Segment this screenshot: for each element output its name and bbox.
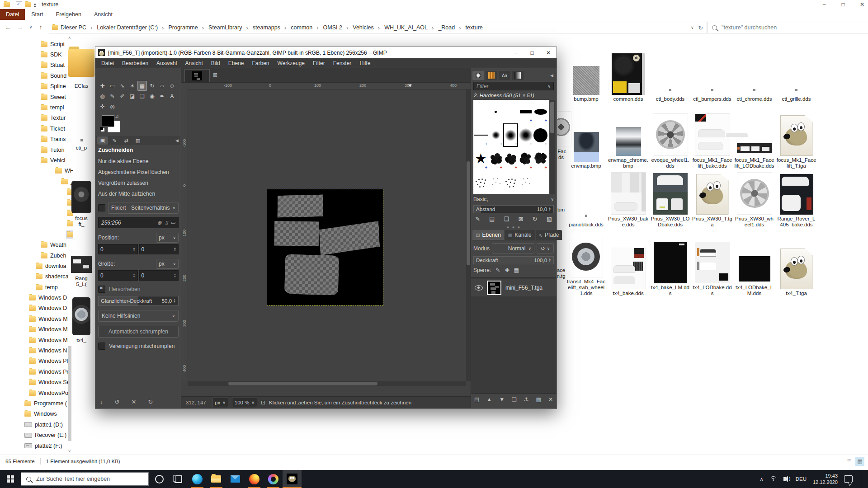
menu-item[interactable]: Filter	[309, 60, 329, 66]
position-x-field[interactable]: 0▲▼	[98, 244, 138, 254]
file-item[interactable]: Prius_XW30_wheel1.dds	[733, 169, 775, 228]
sidebar-item[interactable]: Windows	[0, 409, 73, 419]
brush-cell[interactable]	[488, 123, 503, 147]
sidebar-item[interactable]: Windows Se	[0, 377, 73, 388]
forward-button[interactable]: →	[14, 22, 25, 32]
quick-access-toolbar-caret[interactable]: ▾	[34, 3, 36, 7]
menu-item[interactable]: Fenster	[329, 60, 356, 66]
new-layer-button[interactable]: ▤	[474, 396, 479, 403]
restore-tool-preset-button[interactable]: ↺	[115, 399, 120, 405]
eraser-tool-icon[interactable]: ◪	[127, 91, 137, 101]
language-indicator[interactable]: DEU	[796, 476, 807, 482]
search-input[interactable]	[721, 24, 849, 31]
text-tool-icon[interactable]: A	[167, 91, 177, 101]
landscape-icon[interactable]: ▭	[171, 220, 175, 225]
file-item[interactable]: envmap_chrome.bmp	[607, 102, 649, 169]
file-item[interactable]: focus_Mk1_Facelift_LODbake.dds	[733, 102, 775, 169]
breadcrumb-item[interactable]: SteamLibrary	[206, 23, 250, 32]
dock-drag-handle[interactable]: ● ● ●	[471, 225, 557, 230]
raise-layer-button[interactable]: ▲	[486, 396, 492, 403]
ribbon-tab[interactable]: Start	[25, 9, 49, 20]
search-box[interactable]	[707, 22, 868, 33]
layer-row[interactable]: mini_F56_T.tga	[471, 279, 557, 296]
canvas-image[interactable]	[267, 189, 383, 305]
file-item[interactable]: Prius_XW30_bake.dds	[607, 169, 649, 228]
brush-cell[interactable]	[473, 123, 488, 147]
sidebar-item[interactable]: Windows Po	[0, 366, 73, 377]
fixed-checkbox[interactable]	[98, 204, 105, 211]
brush-cell[interactable]	[473, 170, 488, 194]
tree-scroll-down-icon[interactable]: ∨	[68, 448, 71, 453]
shrink-merged-checkbox[interactable]	[98, 343, 105, 350]
paintbrush-tool-icon[interactable]: ✐	[118, 91, 127, 101]
file-item[interactable]: cti_chrome.dds	[733, 43, 775, 102]
rotate-tool-icon[interactable]: ↻	[147, 81, 157, 91]
file-item[interactable]: tx4_LODbake_LM.dds	[733, 228, 775, 296]
move-tool-icon[interactable]: ✚	[98, 81, 107, 91]
file-item[interactable]: cti_bumpers.dds	[691, 43, 733, 102]
ribbon-tab[interactable]: Freigeben	[50, 9, 88, 20]
refresh-icon[interactable]: ↻	[698, 24, 703, 31]
back-button[interactable]: ←	[3, 22, 14, 32]
canvas-v-scrollbar[interactable]	[466, 89, 471, 381]
shrink-merged-row[interactable]: Vereinigung mitschrumpfen	[98, 341, 179, 352]
brush-filter-field[interactable]: Filter ∨	[473, 82, 554, 90]
image-tab-close-icon[interactable]: ⊠	[213, 72, 217, 78]
brush-cell[interactable]	[473, 100, 488, 123]
layers-list[interactable]: mini_F56_T.tga	[471, 277, 557, 394]
menu-item[interactable]: Farben	[248, 60, 274, 66]
size-width-field[interactable]: 0▲▼	[98, 270, 138, 281]
image-tab[interactable]	[184, 69, 210, 82]
option-checkbox-row[interactable]: Vergrößern zulassen	[98, 178, 179, 188]
file-item[interactable]: cti_grille.dds	[775, 43, 817, 102]
menu-item[interactable]: Auswahl	[152, 60, 181, 66]
layer-mode-dropdown[interactable]: Normal ∨	[492, 243, 534, 253]
close-button[interactable]: ✕	[853, 0, 868, 9]
lock-alpha-icon[interactable]: ▦	[514, 267, 519, 273]
images-tab-icon[interactable]: ▥	[132, 136, 143, 145]
gimp-canvas-area[interactable]: ⊠ -1000100200300400 -1000100200300400 31…	[181, 68, 471, 408]
dock-collapse-icon[interactable]: ◀	[550, 73, 553, 78]
patterns-tab-icon[interactable]	[486, 71, 497, 80]
gimp-button[interactable]	[283, 470, 302, 488]
delete-tool-preset-button[interactable]: ✕	[131, 399, 136, 405]
ribbon-tab[interactable]: Datei	[0, 9, 25, 20]
icons-view-button[interactable]: ▦	[855, 457, 864, 466]
sidebar-item[interactable]: Windows Pl	[0, 356, 73, 366]
option-checkbox-row[interactable]: Abgeschnittene Pixel löschen	[98, 167, 179, 178]
zoom-tool-icon[interactable]: ◎	[108, 102, 117, 112]
quick-access-folder-icon[interactable]	[25, 2, 31, 7]
delete-layer-button[interactable]: ✕	[548, 396, 553, 403]
fixed-dropdown[interactable]: Fixiert Seitenverhältnis ∨	[108, 202, 179, 214]
undo-history-tab-icon[interactable]: ⇄	[121, 136, 132, 145]
tree-scrollbar[interactable]	[68, 346, 71, 441]
taskbar-search-box[interactable]	[21, 472, 149, 486]
file-item[interactable]: common.dds	[607, 43, 649, 102]
file-item[interactable]: Prius_XW30_T.tga	[691, 169, 733, 228]
breadcrumb-item[interactable]: Programme	[166, 23, 206, 32]
show-desktop-button[interactable]	[861, 470, 863, 488]
foreground-color-swatch[interactable]	[102, 115, 114, 127]
canvas-h-scrollbar[interactable]	[188, 381, 466, 386]
brush-cell[interactable]	[533, 170, 548, 194]
file-item[interactable]: tx4_bake_LM.dds	[649, 228, 691, 296]
brush-cell-selected[interactable]	[503, 123, 518, 147]
edge-button[interactable]	[188, 470, 207, 488]
clone-tool-icon[interactable]: ❏	[137, 91, 147, 101]
sidebar-item[interactable]: platte1 (D:)	[0, 419, 73, 430]
tool-options-tab-icon[interactable]: ▣	[97, 136, 108, 145]
position-unit-dropdown[interactable]: px∨	[156, 233, 179, 243]
unit-dropdown[interactable]: px∨	[212, 398, 228, 407]
edit-brush-button[interactable]: ✎	[475, 216, 480, 222]
mail-button[interactable]	[226, 470, 245, 488]
gimp-minimize-button[interactable]: –	[508, 47, 524, 58]
file-explorer-button[interactable]	[207, 470, 226, 488]
rectangle-select-tool-icon[interactable]: ▭	[108, 81, 117, 91]
quick-access-properties-icon[interactable]	[16, 1, 22, 8]
sidebar-item[interactable]: t	[0, 229, 73, 239]
lock-position-icon[interactable]: ✚	[505, 267, 509, 273]
highlight-checkbox[interactable]	[98, 286, 105, 293]
brushes-tab-icon[interactable]	[472, 71, 484, 80]
merge-layer-button[interactable]: ▦	[536, 396, 541, 403]
breadcrumb-item[interactable]: _Road	[436, 23, 463, 32]
